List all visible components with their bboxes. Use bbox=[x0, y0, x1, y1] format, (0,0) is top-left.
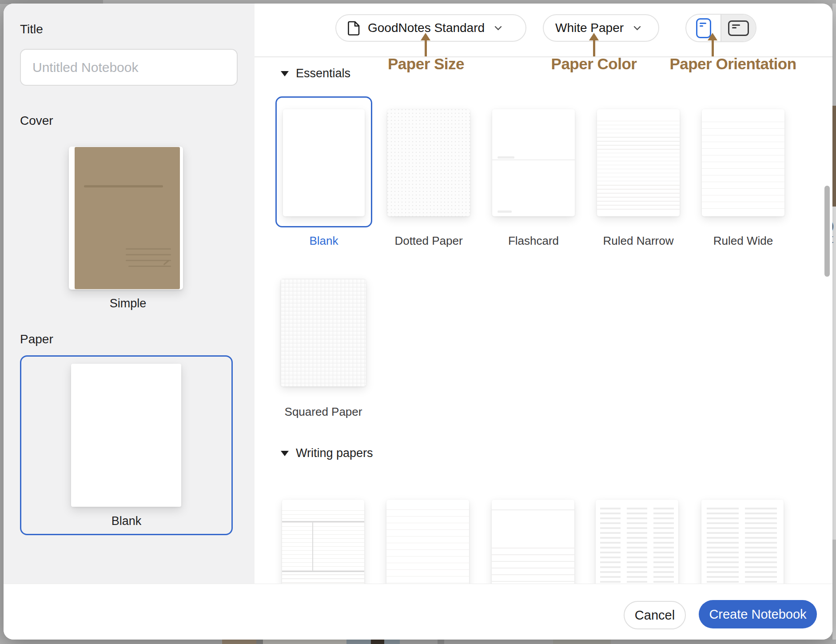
flashcard-mark bbox=[498, 156, 514, 159]
section-header-essentials[interactable]: Essentials bbox=[281, 67, 350, 80]
paper-option-selected[interactable]: Blank bbox=[20, 355, 233, 535]
background-photo-fragment bbox=[263, 640, 346, 644]
cover-front bbox=[75, 147, 180, 289]
document-icon bbox=[348, 21, 360, 36]
arrow-up-icon bbox=[589, 33, 599, 40]
cover-detail-line bbox=[128, 266, 171, 267]
column-lines bbox=[745, 508, 777, 588]
template-label-squared-paper: Squared Paper bbox=[281, 405, 366, 419]
background-photo-fragment bbox=[222, 640, 256, 644]
backdrop-gray-strip bbox=[832, 540, 836, 644]
template-label-ruled-wide: Ruled Wide bbox=[702, 234, 784, 248]
arrow-stem bbox=[425, 40, 427, 56]
template-item-writing-5[interactable] bbox=[701, 500, 784, 588]
ruled-lines bbox=[492, 548, 574, 588]
column-lines bbox=[627, 508, 647, 588]
background-photo-fragment bbox=[256, 640, 263, 644]
arrow-stem bbox=[712, 40, 714, 56]
cornell-line bbox=[312, 521, 313, 572]
section-label: Essentials bbox=[296, 67, 350, 80]
dialog-footer: Cancel Create Notebook bbox=[4, 584, 832, 640]
chevron-down-icon bbox=[494, 26, 502, 31]
backdrop-white-strip: ) t bbox=[832, 207, 836, 540]
paper-size-dropdown[interactable]: GoodNotes Standard bbox=[335, 14, 526, 42]
create-notebook-button[interactable]: Create Notebook bbox=[699, 600, 817, 628]
background-photo-fragment bbox=[438, 640, 444, 644]
notebook-title-input[interactable] bbox=[20, 49, 238, 86]
background-photo-fragment bbox=[553, 640, 611, 644]
cover-title-line bbox=[84, 185, 163, 187]
backdrop-right-sliver bbox=[832, 4, 836, 106]
cover-detail-line bbox=[126, 248, 171, 250]
template-thumbnail-blank bbox=[283, 109, 365, 216]
template-label-blank: Blank bbox=[275, 234, 372, 248]
landscape-orientation-button[interactable] bbox=[721, 15, 756, 41]
annotation-paper-size: Paper Size bbox=[388, 55, 464, 73]
ruled-lines bbox=[492, 509, 574, 510]
landscape-page-icon bbox=[728, 20, 749, 36]
cancel-label: Cancel bbox=[635, 608, 675, 623]
column-lines bbox=[707, 508, 739, 588]
ruled-lines bbox=[597, 121, 680, 210]
title-label: Title bbox=[20, 22, 43, 36]
template-label-flashcard: Flashcard bbox=[492, 234, 575, 248]
triangle-down-icon bbox=[281, 71, 289, 76]
ruled-lines bbox=[386, 509, 469, 588]
cover-label: Cover bbox=[20, 114, 53, 128]
paper-size-arrow bbox=[421, 33, 430, 56]
cover-detail-line bbox=[126, 260, 171, 261]
arrow-stem bbox=[593, 40, 595, 56]
cover-option-simple[interactable]: Simple bbox=[57, 147, 199, 315]
template-item-writing-2[interactable] bbox=[386, 500, 469, 588]
column-lines bbox=[653, 508, 674, 588]
sidebar: Title Cover Simple Paper bbox=[4, 4, 255, 584]
template-item-writing-3[interactable] bbox=[492, 500, 574, 588]
occluded-glyph: ) bbox=[832, 219, 834, 233]
annotation-paper-color: Paper Color bbox=[551, 55, 637, 73]
scrollbar-thumb[interactable] bbox=[824, 186, 830, 277]
create-notebook-label: Create Notebook bbox=[709, 607, 806, 622]
flashcard-mark bbox=[498, 211, 512, 213]
template-item-squared-paper[interactable] bbox=[281, 279, 366, 386]
column-lines bbox=[600, 508, 621, 588]
screen: ) t Title Cover bbox=[0, 0, 836, 644]
arrow-up-icon bbox=[708, 33, 717, 40]
paper-color-dropdown[interactable]: White Paper bbox=[543, 14, 659, 42]
paper-orientation-arrow bbox=[708, 33, 717, 56]
paper-option-name: Blank bbox=[21, 514, 231, 528]
ruled-lines bbox=[702, 122, 784, 210]
template-label-dotted-paper: Dotted Paper bbox=[387, 234, 470, 248]
template-item-writing-1[interactable] bbox=[282, 500, 364, 588]
background-photo-fragment bbox=[371, 640, 384, 644]
template-item-ruled-narrow[interactable] bbox=[597, 109, 680, 216]
paper-color-arrow bbox=[589, 33, 599, 56]
paper-thumbnail-blank bbox=[71, 364, 181, 507]
template-item-writing-4[interactable] bbox=[596, 500, 678, 588]
cornell-line bbox=[282, 571, 364, 572]
annotation-paper-orientation: Paper Orientation bbox=[669, 55, 796, 73]
template-label-ruled-narrow: Ruled Narrow bbox=[597, 234, 680, 248]
cornell-line bbox=[282, 521, 364, 522]
paper-orientation-control bbox=[685, 14, 756, 42]
template-item-ruled-wide[interactable] bbox=[702, 109, 784, 216]
cover-detail-line bbox=[126, 254, 171, 255]
template-item-dotted-paper[interactable] bbox=[387, 109, 470, 216]
flashcard-divider bbox=[492, 159, 575, 160]
triangle-down-icon bbox=[281, 451, 289, 456]
arrow-up-icon bbox=[421, 33, 430, 40]
occluded-glyph: t bbox=[832, 232, 833, 246]
section-header-writing-papers[interactable]: Writing papers bbox=[281, 446, 373, 460]
cover-option-name: Simple bbox=[57, 297, 199, 310]
backdrop-brown-strip bbox=[832, 106, 836, 207]
cancel-button[interactable]: Cancel bbox=[624, 601, 686, 629]
cover-thumbnail bbox=[69, 147, 183, 290]
chevron-down-icon bbox=[633, 26, 641, 31]
template-item-flashcard[interactable] bbox=[492, 109, 575, 216]
backdrop-bottom-strip bbox=[0, 640, 836, 644]
create-notebook-dialog: Title Cover Simple Paper bbox=[4, 4, 832, 640]
section-label: Writing papers bbox=[296, 446, 373, 460]
paper-label: Paper bbox=[20, 332, 53, 346]
